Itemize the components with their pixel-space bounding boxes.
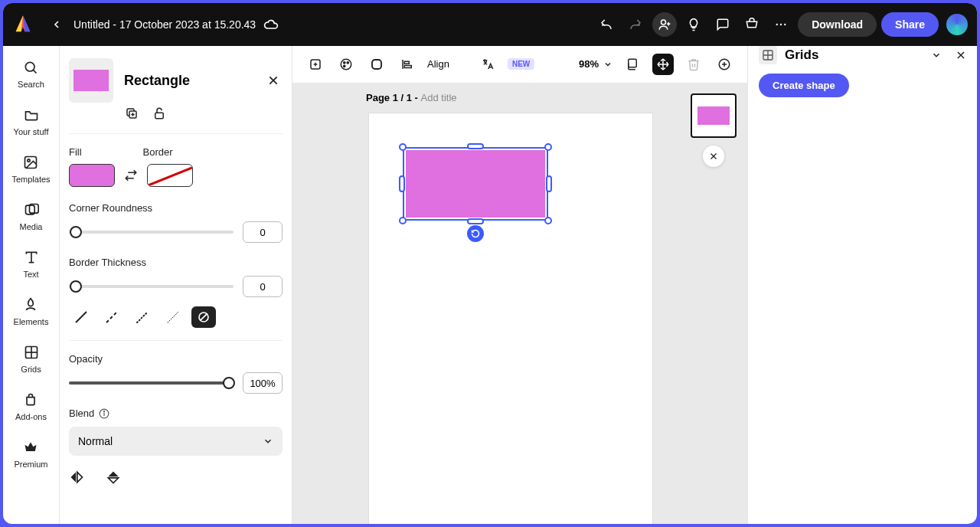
selection-outline xyxy=(403,147,548,221)
artboard[interactable] xyxy=(369,113,652,524)
flip-vertical-icon[interactable] xyxy=(106,470,121,485)
svg-point-5 xyxy=(784,24,786,25)
add-page-icon[interactable] xyxy=(305,54,326,75)
canvas[interactable]: Page 1 / 1 - Add title xyxy=(292,83,747,524)
svg-point-0 xyxy=(662,20,666,25)
resize-handle-tl[interactable] xyxy=(399,143,407,151)
svg-rect-41 xyxy=(372,60,381,69)
rail-search[interactable]: Search xyxy=(18,58,44,89)
border-thickness-value[interactable]: 0 xyxy=(243,276,283,297)
stroke-none[interactable] xyxy=(191,306,216,328)
svg-rect-43 xyxy=(404,61,409,64)
swap-fill-border-icon[interactable] xyxy=(124,169,138,182)
cloud-sync-icon[interactable] xyxy=(262,15,280,34)
selected-shape[interactable] xyxy=(403,147,548,221)
resize-handle-l[interactable] xyxy=(399,175,405,192)
border-color-swatch[interactable] xyxy=(147,164,193,187)
rail-your-stuff[interactable]: Your stuff xyxy=(14,106,49,136)
right-panel-title: Grids xyxy=(785,47,923,63)
download-button[interactable]: Download xyxy=(798,12,877,37)
resize-handle-bl[interactable] xyxy=(399,217,407,224)
stroke-solid[interactable] xyxy=(69,306,93,328)
more-menu[interactable] xyxy=(769,12,793,37)
premium-icon xyxy=(21,438,40,457)
properties-panel: Rectangle Fill Border Corner Roundness xyxy=(60,46,292,524)
rotate-handle[interactable] xyxy=(467,225,484,242)
corner-roundness-value[interactable]: 0 xyxy=(243,221,283,243)
idea-icon[interactable] xyxy=(681,12,706,37)
rail-addons[interactable]: Add-ons xyxy=(15,391,47,421)
rail-grids[interactable]: Grids xyxy=(21,343,41,374)
page-thumbnail[interactable] xyxy=(691,93,737,138)
svg-line-27 xyxy=(137,312,148,322)
text-icon xyxy=(22,248,41,267)
stroke-dashed[interactable] xyxy=(100,306,124,328)
svg-point-3 xyxy=(776,24,778,25)
opacity-value[interactable]: 100% xyxy=(243,372,283,394)
blend-mode-select[interactable]: Normal xyxy=(69,427,283,456)
document-title[interactable]: Untitled - 17 October 2023 at 15.20.43 xyxy=(74,18,256,31)
translate-icon[interactable] xyxy=(477,54,498,75)
redo-button[interactable] xyxy=(623,12,648,37)
corner-roundness-slider[interactable] xyxy=(69,231,234,234)
layers-icon[interactable] xyxy=(622,54,643,75)
undo-button[interactable] xyxy=(594,12,619,37)
user-avatar[interactable] xyxy=(946,14,968,35)
resize-handle-r[interactable] xyxy=(546,175,552,192)
close-panel-button[interactable] xyxy=(264,71,283,90)
top-bar: Untitled - 17 October 2023 at 15.20.43 D… xyxy=(3,3,977,46)
create-shape-button[interactable]: Create shape xyxy=(759,74,849,97)
comments-icon[interactable] xyxy=(710,12,735,37)
resize-handle-b[interactable] xyxy=(467,218,484,224)
svg-point-33 xyxy=(104,411,105,411)
rail-templates[interactable]: Templates xyxy=(11,153,50,184)
resize-handle-t[interactable] xyxy=(467,143,484,149)
stroke-dotted[interactable] xyxy=(130,306,155,328)
panel-title: Rectangle xyxy=(124,73,253,89)
rail-premium[interactable]: Premium xyxy=(14,438,47,469)
right-panel: Grids Create shape xyxy=(747,46,977,524)
present-icon[interactable] xyxy=(740,12,764,37)
chevron-down-icon[interactable] xyxy=(931,50,942,61)
svg-line-25 xyxy=(76,312,87,322)
rail-text[interactable]: Text xyxy=(22,248,41,279)
back-button[interactable] xyxy=(46,14,67,35)
resize-handle-br[interactable] xyxy=(544,217,552,224)
close-right-panel-button[interactable] xyxy=(956,50,966,61)
flip-horizontal-icon[interactable] xyxy=(69,470,84,485)
stroke-fine-dotted[interactable] xyxy=(161,306,185,328)
share-button[interactable]: Share xyxy=(881,12,939,37)
border-thickness-slider[interactable] xyxy=(69,285,234,288)
svg-point-9 xyxy=(28,159,30,162)
snap-icon[interactable] xyxy=(652,54,674,75)
svg-rect-45 xyxy=(629,59,637,67)
align-label[interactable]: Align xyxy=(427,58,449,70)
duplicate-icon[interactable] xyxy=(124,106,139,121)
page-title-row[interactable]: Page 1 / 1 - Add title xyxy=(366,92,457,103)
svg-line-28 xyxy=(168,312,178,322)
delete-icon[interactable] xyxy=(683,54,704,75)
close-thumbnails-button[interactable] xyxy=(703,146,724,167)
color-theme-icon[interactable] xyxy=(335,54,357,75)
invite-button[interactable] xyxy=(652,12,677,37)
templates-icon xyxy=(21,153,40,172)
svg-point-37 xyxy=(341,59,351,70)
svg-point-6 xyxy=(26,62,35,71)
add-icon[interactable] xyxy=(714,54,735,75)
svg-point-4 xyxy=(780,24,782,25)
svg-point-39 xyxy=(347,61,348,63)
lock-icon[interactable] xyxy=(152,106,167,121)
shape-icon[interactable] xyxy=(366,54,387,75)
zoom-control[interactable]: 98% xyxy=(579,58,612,70)
fill-color-swatch[interactable] xyxy=(69,164,115,187)
new-badge: NEW xyxy=(508,58,534,70)
info-icon[interactable] xyxy=(99,408,109,419)
resize-handle-tr[interactable] xyxy=(544,143,552,151)
elements-icon xyxy=(21,296,40,314)
align-icon[interactable] xyxy=(397,54,418,75)
svg-rect-44 xyxy=(404,65,411,67)
blend-label: Blend xyxy=(69,408,94,419)
rail-elements[interactable]: Elements xyxy=(14,296,49,326)
rail-media[interactable]: Media xyxy=(20,201,43,231)
opacity-slider[interactable] xyxy=(69,381,234,385)
